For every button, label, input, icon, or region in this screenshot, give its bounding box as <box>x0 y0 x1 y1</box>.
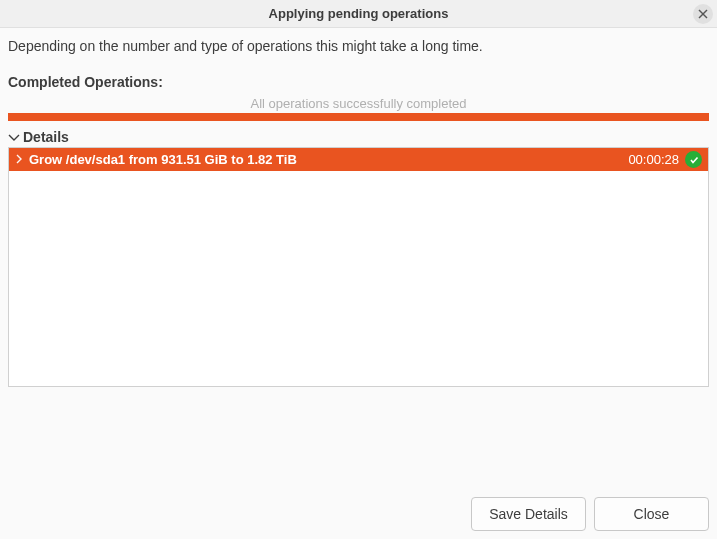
dialog-footer: Save Details Close <box>471 497 709 531</box>
close-icon[interactable] <box>693 4 713 24</box>
check-circle-icon <box>685 151 702 168</box>
details-label: Details <box>23 129 69 145</box>
status-message: All operations successfully completed <box>8 96 709 111</box>
description-text: Depending on the number and type of oper… <box>8 38 709 54</box>
save-details-button[interactable]: Save Details <box>471 497 586 531</box>
progress-bar <box>8 113 709 121</box>
close-button[interactable]: Close <box>594 497 709 531</box>
chevron-right-icon <box>15 152 23 167</box>
operation-duration: 00:00:28 <box>628 152 679 167</box>
dialog-content: Depending on the number and type of oper… <box>0 28 717 387</box>
details-panel: Grow /dev/sda1 from 931.51 GiB to 1.82 T… <box>8 147 709 387</box>
titlebar: Applying pending operations <box>0 0 717 28</box>
operation-label: Grow /dev/sda1 from 931.51 GiB to 1.82 T… <box>29 152 628 167</box>
operation-row[interactable]: Grow /dev/sda1 from 931.51 GiB to 1.82 T… <box>9 148 708 171</box>
details-toggle[interactable]: Details <box>8 129 709 145</box>
completed-operations-heading: Completed Operations: <box>8 74 709 90</box>
window-title: Applying pending operations <box>269 6 449 21</box>
chevron-down-icon <box>8 131 20 144</box>
